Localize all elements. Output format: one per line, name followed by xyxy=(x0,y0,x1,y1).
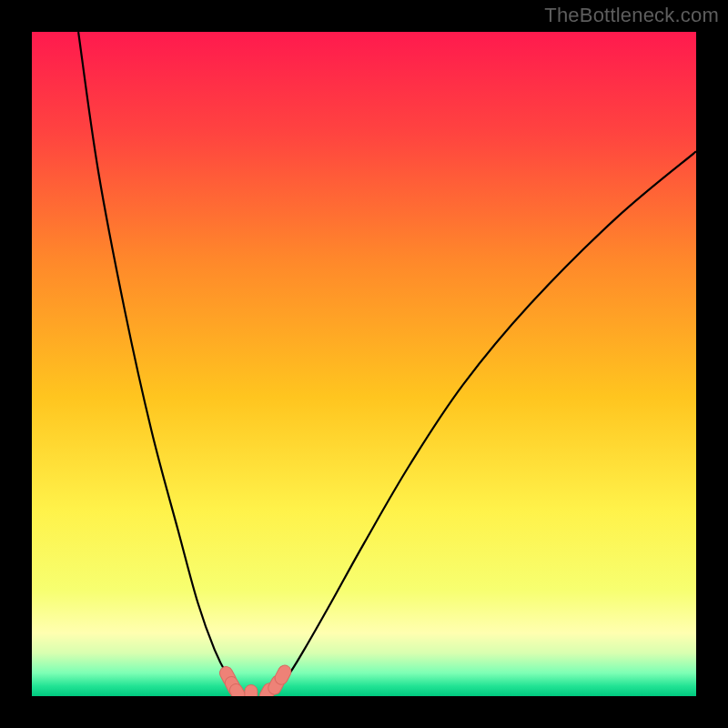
watermark-text: TheBottleneck.com xyxy=(544,4,719,27)
chart-frame: TheBottleneck.com xyxy=(0,0,728,728)
gradient-background xyxy=(32,32,696,696)
bottleneck-curve-chart xyxy=(32,32,696,696)
data-marker xyxy=(245,685,258,696)
plot-area xyxy=(32,32,696,696)
